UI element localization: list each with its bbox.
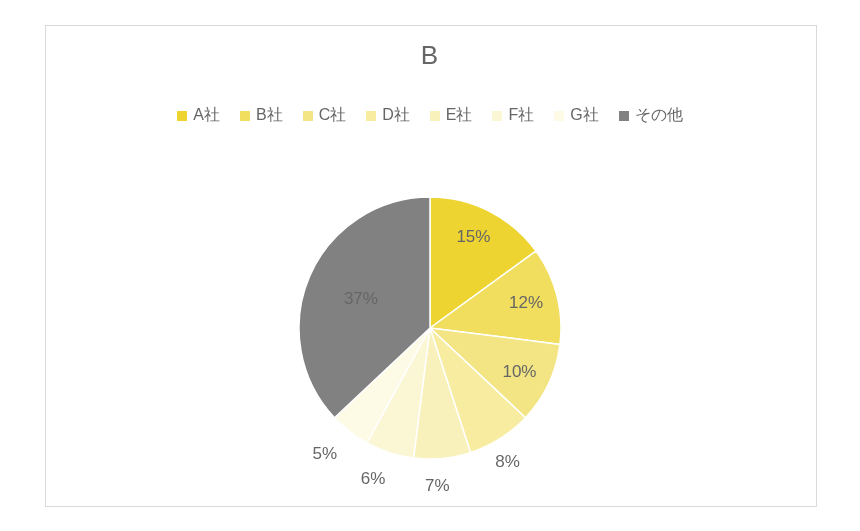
legend-swatch [240, 111, 250, 121]
legend-swatch [492, 111, 502, 121]
legend-label: C社 [319, 105, 347, 126]
legend-label: その他 [635, 105, 683, 126]
legend-item: C社 [303, 105, 347, 126]
data-label: 37% [344, 289, 378, 309]
chart-title: B [0, 40, 860, 71]
legend-item: その他 [619, 105, 683, 126]
legend-label: A社 [193, 105, 220, 126]
legend-item: G社 [554, 105, 598, 126]
legend-item: A社 [177, 105, 220, 126]
legend-swatch [177, 111, 187, 121]
data-label: 6% [361, 469, 386, 489]
legend-label: G社 [570, 105, 598, 126]
legend-swatch [430, 111, 440, 121]
legend: A社B社C社D社E社F社G社その他 [0, 105, 860, 126]
data-label: 10% [502, 362, 536, 382]
legend-label: D社 [382, 105, 410, 126]
data-label: 7% [425, 476, 450, 496]
legend-item: B社 [240, 105, 283, 126]
legend-item: F社 [492, 105, 534, 126]
data-label: 8% [495, 452, 520, 472]
legend-item: E社 [430, 105, 473, 126]
legend-swatch [619, 111, 629, 121]
legend-swatch [554, 111, 564, 121]
data-label: 12% [509, 293, 543, 313]
data-label: 15% [456, 227, 490, 247]
pie-chart [299, 197, 561, 459]
legend-item: D社 [366, 105, 410, 126]
legend-label: B社 [256, 105, 283, 126]
legend-swatch [303, 111, 313, 121]
legend-label: F社 [508, 105, 534, 126]
legend-swatch [366, 111, 376, 121]
legend-label: E社 [446, 105, 473, 126]
data-label: 5% [313, 444, 338, 464]
chart-canvas: B A社B社C社D社E社F社G社その他 15%12%10%8%7%6%5%37% [0, 0, 860, 531]
